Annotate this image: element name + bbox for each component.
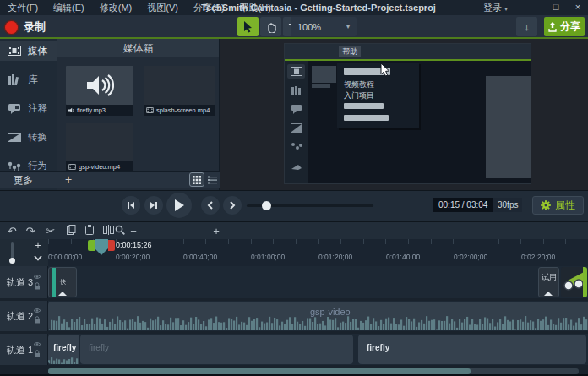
lock-icon[interactable]	[34, 282, 41, 290]
track-3[interactable]: 快 试用	[48, 266, 588, 298]
redo-button[interactable]: ↷	[22, 222, 39, 240]
collapse-tracks-button[interactable]	[30, 253, 46, 264]
video-mini-thumbnail	[312, 66, 336, 83]
media-bin-panel: 媒体箱 firefly.mp3 splash-screen.mp4 gsp-vi…	[57, 39, 220, 190]
media-label-firefly[interactable]: firefly.mp3	[66, 105, 133, 116]
track-header-1[interactable]: 轨道 1	[0, 334, 48, 365]
add-track-button[interactable]: +	[30, 241, 46, 253]
clip-track3-trial[interactable]: 试用	[538, 267, 559, 297]
window-title: TechSmith Camtasia - Getting-Started-Pro…	[201, 0, 436, 15]
timeline-scrollbar-thumb[interactable]	[48, 368, 471, 374]
maximize-button[interactable]: □	[546, 0, 566, 15]
menu-modify[interactable]: 修改(M)	[92, 0, 140, 15]
undo-button[interactable]: ↶	[3, 222, 20, 240]
track-2[interactable]: gsp-video	[48, 301, 588, 331]
timeline-toolbar: ↶ ↷ ✂ − +	[0, 221, 588, 239]
clip-firefly-2[interactable]: firefly	[80, 335, 353, 364]
minimize-button[interactable]: –	[524, 0, 544, 15]
track-1[interactable]: firefly firefly firefly	[48, 334, 588, 365]
cut-button[interactable]: ✂	[42, 222, 59, 240]
audio-waveform	[48, 316, 588, 330]
lock-icon[interactable]	[34, 316, 41, 324]
timeline: + 0:00:00;00 0:00:20;00 0:00:40;00 0:01:…	[0, 239, 588, 376]
export-download-button[interactable]: ↓	[516, 17, 537, 36]
menu-edit[interactable]: 编辑(E)	[46, 0, 92, 15]
zoom-level-dropdown[interactable]: 100% ▾	[291, 17, 357, 36]
media-label-splash-screen[interactable]: splash-screen.mp4	[144, 105, 215, 116]
video-help-menu: 帮助	[339, 46, 361, 57]
sidebar-item-transitions[interactable]: 转换	[0, 127, 57, 147]
ruler-label: 0:00:40;00	[183, 253, 217, 261]
clip-firefly-1[interactable]: firefly	[48, 335, 79, 364]
video-dropdown-menu: 视频教程 入门项目	[337, 63, 419, 128]
record-button[interactable]: 录制	[5, 18, 46, 36]
grid-view-button[interactable]	[190, 173, 204, 186]
chevron-down-icon	[34, 255, 42, 261]
tools-sidebar: 媒体 库 注释 转换 行为 更多	[0, 39, 57, 190]
eye-icon[interactable]	[33, 341, 41, 347]
sidebar-item-annotations[interactable]: 注释	[0, 98, 57, 118]
scrubber-thumb[interactable]	[262, 201, 271, 210]
sidebar-more-button[interactable]: 更多	[0, 171, 57, 188]
eye-icon[interactable]	[33, 308, 41, 313]
preview-canvas[interactable]: 帮助 视频教程 入门项目	[220, 39, 588, 190]
sign-in-button[interactable]: 登录▾	[483, 0, 508, 15]
clip-gsp-video[interactable]: gsp-video	[48, 302, 588, 330]
video-mini-behaviors-icon	[291, 142, 302, 151]
lock-icon[interactable]	[34, 350, 41, 357]
media-bin-bottom-bar: +	[57, 171, 220, 188]
share-button[interactable]: 分享	[544, 17, 585, 36]
zoom-out-button[interactable]: −	[125, 222, 142, 240]
previous-frame-button[interactable]	[122, 196, 140, 215]
add-media-button[interactable]: +	[61, 172, 76, 187]
video-menu-placeholder-3	[344, 115, 389, 121]
menu-file[interactable]: 文件(F)	[0, 0, 46, 15]
list-view-button[interactable]	[205, 173, 219, 186]
media-bin-title: 媒体箱	[57, 39, 219, 57]
clip-end-thumbnail	[561, 267, 587, 297]
clip-firefly-3[interactable]: firefly	[358, 335, 586, 364]
clip-marker-icon	[544, 292, 553, 296]
preview-video-frame: 帮助 视频教程 入门项目	[285, 44, 531, 183]
pan-tool-button[interactable]	[260, 17, 281, 36]
menu-view[interactable]: 视图(V)	[139, 0, 186, 15]
track-height-slider-thumb[interactable]	[9, 258, 15, 264]
chevron-right-icon	[229, 201, 236, 210]
clip-track3-end[interactable]	[561, 267, 587, 297]
time-display: 00:15 / 03:04	[433, 198, 493, 212]
sidebar-item-library[interactable]: 库	[0, 69, 57, 90]
zoom-in-button[interactable]: +	[208, 222, 225, 240]
track-header-2[interactable]: 轨道 2	[0, 301, 48, 331]
video-mini-books-icon	[291, 86, 302, 95]
paste-button[interactable]	[81, 222, 98, 240]
media-thumbnail-splash-screen[interactable]	[144, 66, 215, 105]
clip-thumb-edge	[52, 268, 56, 297]
track-header-3[interactable]: 轨道 3	[0, 266, 48, 298]
eye-icon[interactable]	[33, 274, 41, 280]
close-button[interactable]: ×	[568, 0, 588, 15]
ruler-label: 0:02:20;00	[521, 253, 555, 261]
behaviors-icon	[8, 161, 21, 172]
media-thumbnail-firefly[interactable]	[66, 66, 133, 105]
copy-button[interactable]	[63, 222, 79, 240]
play-button[interactable]	[166, 193, 192, 218]
playhead-in-handle[interactable]	[88, 240, 95, 251]
share-upload-icon	[548, 22, 557, 32]
playhead-line[interactable]	[101, 239, 101, 367]
playhead-out-handle[interactable]	[108, 240, 115, 251]
sidebar-item-media[interactable]: 媒体	[0, 41, 57, 61]
video-mini-arrow-icon	[291, 162, 302, 172]
properties-button[interactable]: 属性	[532, 196, 584, 215]
gear-icon	[541, 200, 551, 210]
video-right-panel	[486, 76, 531, 178]
clip-track3-intro[interactable]: 快	[48, 267, 77, 297]
ruler-label: 0:00:20;00	[116, 253, 150, 261]
cursor-tool-button[interactable]	[237, 17, 259, 36]
chevron-left-icon	[207, 201, 214, 210]
audio-icon	[68, 107, 74, 113]
media-thumbnail-gsp-video[interactable]	[66, 123, 133, 161]
jump-back-button[interactable]	[201, 196, 220, 215]
main-toolbar: 录制 100% ▾ ↓ 分享	[0, 15, 588, 39]
next-frame-button[interactable]	[144, 196, 163, 215]
jump-forward-button[interactable]	[223, 196, 242, 215]
